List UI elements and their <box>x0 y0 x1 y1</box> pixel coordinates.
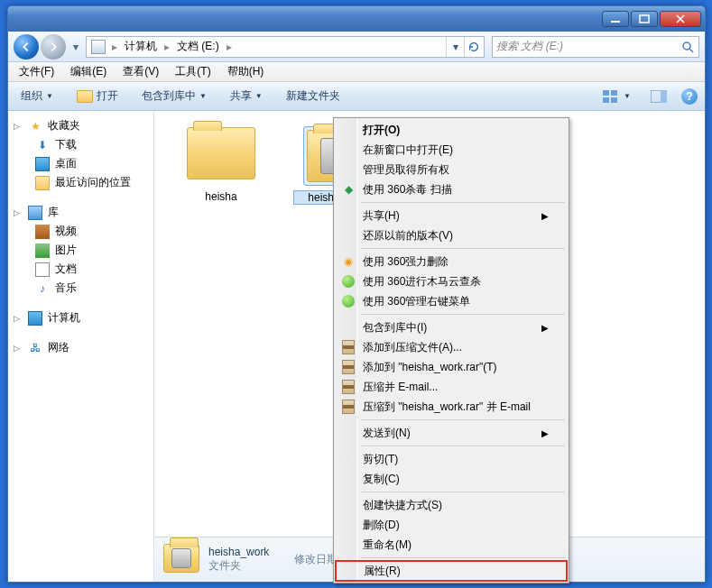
ctx-zip-named-and-email[interactable]: 压缩到 "heisha_work.rar" 并 E-mail <box>336 397 567 417</box>
ctx-create-shortcut[interactable]: 创建快捷方式(S) <box>336 495 567 515</box>
sidebar-computer[interactable]: ▷计算机 <box>8 308 153 327</box>
ctx-copy[interactable]: 复制(C) <box>336 469 567 489</box>
picture-icon <box>35 243 50 258</box>
folder-item-heisha[interactable]: heisha <box>176 127 266 205</box>
search-placeholder: 搜索 文档 (E:) <box>496 39 563 54</box>
sidebar-pictures[interactable]: 图片 <box>8 241 153 260</box>
star-icon: ★ <box>28 119 42 133</box>
sidebar-music[interactable]: ♪音乐 <box>8 279 153 298</box>
shield-icon: ◆ <box>341 182 356 197</box>
desktop-icon <box>35 157 50 171</box>
breadcrumb-separator[interactable]: ▸ <box>161 41 173 53</box>
sidebar-videos[interactable]: 视频 <box>8 222 153 241</box>
submenu-arrow-icon: ▶ <box>541 428 549 438</box>
svg-rect-5 <box>603 97 609 103</box>
details-type: 文件夹 <box>208 558 269 574</box>
maximize-button[interactable] <box>631 11 658 27</box>
lamp-icon: ◉ <box>341 254 356 269</box>
back-button[interactable] <box>14 34 39 60</box>
folder-icon <box>187 127 255 179</box>
ctx-share[interactable]: 共享(H)▶ <box>336 206 567 225</box>
breadcrumb-computer[interactable]: 计算机 <box>121 37 161 56</box>
drive-icon <box>91 40 106 54</box>
ctx-360-force-delete[interactable]: ◉使用 360强力删除 <box>336 252 567 271</box>
rar-icon <box>341 340 356 354</box>
minimize-button[interactable] <box>602 11 629 27</box>
new-folder-button[interactable]: 新建文件夹 <box>281 87 346 106</box>
svg-rect-0 <box>611 21 620 23</box>
ctx-include-in-library[interactable]: 包含到库中(I)▶ <box>336 317 567 337</box>
menu-tools[interactable]: 工具(T) <box>168 62 217 81</box>
address-bar[interactable]: ▸ 计算机 ▸ 文档 (E:) ▸ ▾ <box>86 36 485 58</box>
rar-icon <box>341 400 356 414</box>
ctx-send-to[interactable]: 发送到(N)▶ <box>336 423 567 443</box>
sidebar-libraries[interactable]: ▷库 <box>8 203 153 222</box>
sidebar-favorites[interactable]: ▷★收藏夹 <box>8 116 153 135</box>
preview-pane-button[interactable] <box>645 88 672 105</box>
svg-point-2 <box>683 42 690 50</box>
sidebar-downloads[interactable]: ⬇下载 <box>8 135 153 154</box>
nav-history-dropdown[interactable]: ▾ <box>69 41 82 53</box>
sidebar-desktop[interactable]: 桌面 <box>8 154 153 173</box>
music-icon: ♪ <box>35 281 50 296</box>
ctx-360-rightclick-manage[interactable]: 使用 360管理右键菜单 <box>336 291 567 311</box>
search-icon <box>680 40 695 54</box>
ctx-open-new-window[interactable]: 在新窗口中打开(E) <box>336 140 567 160</box>
ctx-add-to-archive[interactable]: 添加到压缩文件(A)... <box>336 337 567 357</box>
open-button[interactable]: 打开 <box>71 87 124 106</box>
ctx-properties[interactable]: 属性(R) <box>335 560 568 582</box>
sidebar-network[interactable]: ▷🖧网络 <box>8 338 153 357</box>
sidebar-recent[interactable]: 最近访问的位置 <box>8 173 153 192</box>
submenu-arrow-icon: ▶ <box>541 323 549 333</box>
help-button[interactable]: ? <box>681 88 698 105</box>
submenu-arrow-icon: ▶ <box>541 211 549 221</box>
menu-view[interactable]: 查看(V) <box>116 62 166 81</box>
folder-label: heisha <box>176 190 266 203</box>
ctx-zip-and-email[interactable]: 压缩并 E-mail... <box>336 377 567 397</box>
ctx-rename[interactable]: 重命名(M) <box>336 535 567 555</box>
breadcrumb-separator[interactable]: ▸ <box>108 41 121 53</box>
svg-rect-4 <box>611 90 617 96</box>
search-input[interactable]: 搜索 文档 (E:) <box>492 36 699 58</box>
ctx-open[interactable]: 打开(O) <box>336 120 567 140</box>
document-icon <box>35 262 50 277</box>
ctx-admin-ownership[interactable]: 管理员取得所有权 <box>336 160 567 179</box>
menu-edit[interactable]: 编辑(E) <box>63 62 114 81</box>
network-icon: 🖧 <box>28 341 42 355</box>
library-icon <box>28 206 42 220</box>
ctx-cut[interactable]: 剪切(T) <box>336 449 567 469</box>
organize-button[interactable]: 组织▼ <box>15 87 59 106</box>
menu-help[interactable]: 帮助(H) <box>220 62 272 81</box>
address-dropdown-button[interactable]: ▾ <box>446 37 464 57</box>
nav-buttons <box>14 34 66 60</box>
breadcrumb-separator[interactable]: ▸ <box>223 41 236 53</box>
video-icon <box>35 225 50 239</box>
menu-bar: 文件(F) 编辑(E) 查看(V) 工具(T) 帮助(H) <box>8 62 705 82</box>
command-bar: 组织▼ 打开 包含到库中▼ 共享▼ 新建文件夹 ▼ ? <box>8 82 705 111</box>
forward-button[interactable] <box>41 34 66 60</box>
nav-row: ▾ ▸ 计算机 ▸ 文档 (E:) ▸ ▾ 搜索 文档 (E:) <box>8 32 705 62</box>
menu-file[interactable]: 文件(F) <box>12 62 61 81</box>
include-in-library-button[interactable]: 包含到库中▼ <box>136 87 212 106</box>
view-options-button[interactable]: ▼ <box>596 87 636 106</box>
download-icon: ⬇ <box>35 138 50 152</box>
ctx-restore-versions[interactable]: 还原以前的版本(V) <box>336 225 567 245</box>
share-button[interactable]: 共享▼ <box>225 87 268 106</box>
svg-rect-6 <box>611 97 617 103</box>
sidebar-documents[interactable]: 文档 <box>8 260 153 279</box>
svg-rect-3 <box>603 90 609 96</box>
ctx-delete[interactable]: 删除(D) <box>336 515 567 535</box>
refresh-button[interactable] <box>464 37 482 57</box>
folder-open-icon <box>77 90 93 103</box>
details-name: heisha_work <box>208 546 269 558</box>
close-button[interactable] <box>660 11 701 27</box>
ctx-360-scan[interactable]: ◆使用 360杀毒 扫描 <box>336 179 567 199</box>
svg-rect-8 <box>661 90 667 103</box>
context-menu: 打开(O) 在新窗口中打开(E) 管理员取得所有权 ◆使用 360杀毒 扫描 共… <box>333 117 569 583</box>
navigation-pane: ▷★收藏夹 ⬇下载 桌面 最近访问的位置 ▷库 视频 图片 文档 ♪音乐 ▷计算… <box>8 111 154 582</box>
title-bar <box>8 6 705 32</box>
green-ball-icon <box>341 274 356 289</box>
ctx-add-to-named-rar[interactable]: 添加到 "heisha_work.rar"(T) <box>336 357 567 377</box>
ctx-360-trojan-scan[interactable]: 使用 360进行木马云查杀 <box>336 271 567 291</box>
breadcrumb-drive[interactable]: 文档 (E:) <box>173 37 223 56</box>
